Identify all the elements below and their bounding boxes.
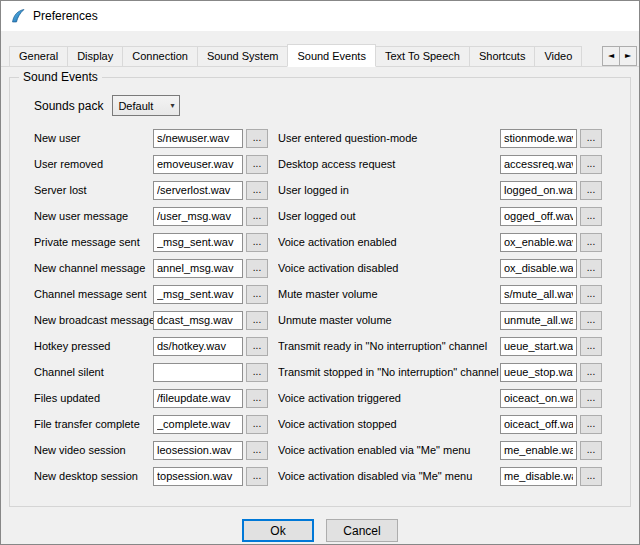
sound-event-row: Server lost ...	[34, 177, 268, 203]
sound-event-row: Files updated ...	[34, 385, 268, 411]
sound-event-label: Mute master volume	[278, 288, 500, 300]
browse-button[interactable]: ...	[580, 181, 602, 200]
browse-button[interactable]: ...	[246, 233, 268, 252]
sound-file-input[interactable]	[500, 285, 577, 304]
sound-event-row: Channel message sent ...	[34, 281, 268, 307]
browse-button[interactable]: ...	[246, 337, 268, 356]
browse-button[interactable]: ...	[246, 363, 268, 382]
browse-button[interactable]: ...	[580, 259, 602, 278]
sound-file-input[interactable]	[153, 155, 243, 174]
sound-event-label: New user message	[34, 210, 153, 222]
browse-button[interactable]: ...	[580, 415, 602, 434]
sound-event-label: Channel message sent	[34, 288, 153, 300]
browse-button[interactable]: ...	[580, 337, 602, 356]
browse-button[interactable]: ...	[246, 467, 268, 486]
sound-file-input[interactable]	[500, 363, 577, 382]
browse-button[interactable]: ...	[580, 155, 602, 174]
sound-event-label: User logged in	[278, 184, 500, 196]
browse-button[interactable]: ...	[246, 259, 268, 278]
sound-file-input[interactable]	[153, 259, 243, 278]
browse-button[interactable]: ...	[580, 311, 602, 330]
sound-event-row: Voice activation disabled ...	[278, 255, 602, 281]
cancel-button[interactable]: Cancel	[326, 519, 398, 542]
sound-event-row: Voice activation disabled via "Me" menu …	[278, 463, 602, 489]
browse-button[interactable]: ...	[580, 129, 602, 148]
sound-file-input[interactable]	[500, 259, 577, 278]
sound-event-label: Voice activation disabled	[278, 262, 500, 274]
sound-file-input[interactable]	[500, 415, 577, 434]
tab-display[interactable]: Display	[67, 46, 123, 66]
browse-button[interactable]: ...	[246, 181, 268, 200]
sound-file-input[interactable]	[500, 155, 577, 174]
tab-shortcuts[interactable]: Shortcuts	[469, 46, 535, 66]
sounds-pack-label: Sounds pack	[34, 99, 103, 113]
tab-scrollers: ◄ ►	[602, 46, 637, 66]
browse-button[interactable]: ...	[246, 285, 268, 304]
sound-file-input[interactable]	[153, 389, 243, 408]
tab-sound-events[interactable]: Sound Events	[287, 44, 376, 67]
browse-button[interactable]: ...	[580, 467, 602, 486]
sound-event-label: New channel message	[34, 262, 153, 274]
browse-button[interactable]: ...	[246, 129, 268, 148]
sound-file-input[interactable]	[500, 181, 577, 200]
sound-event-row: Mute master volume ...	[278, 281, 602, 307]
tab-general[interactable]: General	[9, 46, 68, 66]
sound-event-label: Voice activation stopped	[278, 418, 500, 430]
browse-button[interactable]: ...	[580, 441, 602, 460]
dialog-footer: Ok Cancel	[1, 519, 639, 542]
sound-file-input[interactable]	[500, 233, 577, 252]
sound-file-input[interactable]	[153, 129, 243, 148]
tab-sound-system[interactable]: Sound System	[197, 46, 289, 66]
right-column: User entered question-mode ... Desktop a…	[278, 125, 602, 489]
browse-button[interactable]: ...	[246, 415, 268, 434]
browse-button[interactable]: ...	[246, 441, 268, 460]
tab-connection[interactable]: Connection	[122, 46, 198, 66]
sound-event-row: Private message sent ...	[34, 229, 268, 255]
sound-event-row: Transmit stopped in "No interruption" ch…	[278, 359, 602, 385]
sound-file-input[interactable]	[500, 337, 577, 356]
sound-event-label: Server lost	[34, 184, 153, 196]
sound-file-input[interactable]	[153, 207, 243, 226]
sound-file-input[interactable]	[153, 467, 243, 486]
browse-button[interactable]: ...	[246, 155, 268, 174]
sound-file-input[interactable]	[153, 441, 243, 460]
tab-text-to-speech[interactable]: Text To Speech	[375, 46, 470, 66]
dropdown-arrow-icon: ▾	[170, 101, 174, 110]
browse-button[interactable]: ...	[246, 311, 268, 330]
titlebar[interactable]: Preferences	[1, 1, 639, 31]
sound-file-input[interactable]	[500, 441, 577, 460]
sound-file-input[interactable]	[153, 233, 243, 252]
browse-button[interactable]: ...	[580, 389, 602, 408]
sound-file-input[interactable]	[500, 467, 577, 486]
tab-video[interactable]: Video	[534, 46, 582, 66]
sound-file-input[interactable]	[153, 363, 243, 382]
sound-file-input[interactable]	[153, 415, 243, 434]
browse-button[interactable]: ...	[580, 233, 602, 252]
sound-file-input[interactable]	[500, 311, 577, 330]
sound-event-row: Transmit ready in "No interruption" chan…	[278, 333, 602, 359]
sound-file-input[interactable]	[500, 389, 577, 408]
browse-button[interactable]: ...	[580, 285, 602, 304]
tab-scroll-right-button[interactable]: ►	[619, 46, 637, 66]
sound-event-row: New video session ...	[34, 437, 268, 463]
sound-event-row: Desktop access request ...	[278, 151, 602, 177]
sound-file-input[interactable]	[500, 129, 577, 148]
sound-event-row: User logged out ...	[278, 203, 602, 229]
browse-button[interactable]: ...	[580, 363, 602, 382]
tab-scroll-left-button[interactable]: ◄	[602, 46, 620, 66]
sound-file-input[interactable]	[153, 337, 243, 356]
sound-event-label: Voice activation enabled via "Me" menu	[278, 444, 500, 456]
sound-file-input[interactable]	[153, 285, 243, 304]
browse-button[interactable]: ...	[580, 207, 602, 226]
sound-event-row: User removed ...	[34, 151, 268, 177]
ok-button[interactable]: Ok	[242, 519, 314, 542]
sound-file-input[interactable]	[153, 311, 243, 330]
left-column: New user ... User removed ... Server los…	[34, 125, 268, 489]
sound-file-input[interactable]	[500, 207, 577, 226]
browse-button[interactable]: ...	[246, 207, 268, 226]
sound-file-input[interactable]	[153, 181, 243, 200]
sound-event-row: Voice activation enabled ...	[278, 229, 602, 255]
sound-event-label: Channel silent	[34, 366, 153, 378]
sounds-pack-select[interactable]: Default ▾	[112, 95, 180, 116]
browse-button[interactable]: ...	[246, 389, 268, 408]
